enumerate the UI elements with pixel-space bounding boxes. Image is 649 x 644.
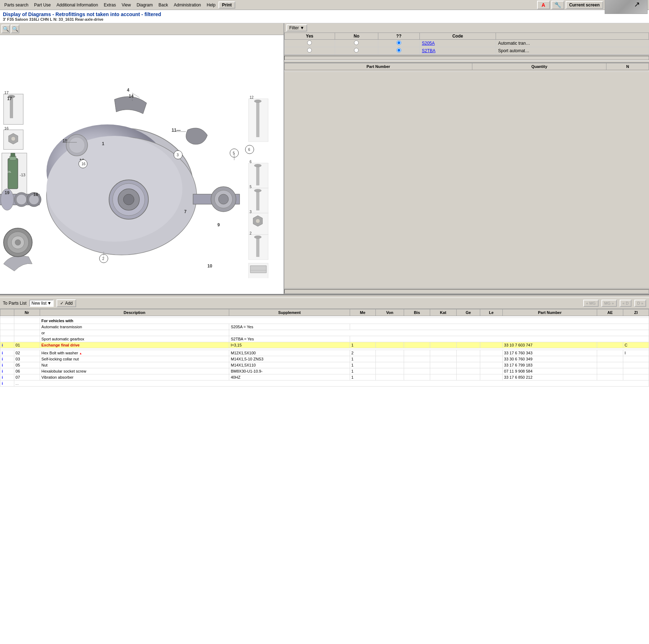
svg-point-66 <box>254 164 261 167</box>
col-bis: Bis <box>404 309 430 316</box>
supp-06: BM8X30-U1-10.9- <box>229 368 350 374</box>
svg-text:17: 17 <box>4 90 9 95</box>
zi-06 <box>623 368 649 374</box>
menu-help[interactable]: Help <box>204 2 218 8</box>
pn-03: 33 30 6 760 349 <box>502 356 597 362</box>
bis-01 <box>404 342 430 348</box>
svg-text:18: 18 <box>33 192 38 197</box>
diagram-area: 17 16 -13 OIL <box>0 35 284 294</box>
table-row: i 05 Nut M14X1,5X110 1 33 17 6 799 183 <box>0 362 649 368</box>
me-05: 1 <box>350 362 375 368</box>
nav-d-prev[interactable]: « D <box>620 300 631 307</box>
pn-02: 33 17 6 760 343 <box>502 350 597 356</box>
svg-text:6: 6 <box>250 160 252 164</box>
zi-07 <box>623 374 649 380</box>
svg-text:9: 9 <box>217 222 220 227</box>
desc-02: Hex Bolt with washer ▲ <box>40 350 229 356</box>
toolbar-btn-a[interactable]: A <box>537 1 550 9</box>
add-button[interactable]: ✓ Add <box>56 299 76 307</box>
info-icon-more[interactable]: i <box>2 381 3 385</box>
menu-parts-search[interactable]: Parts search <box>1 2 31 8</box>
menu-diagram[interactable]: Diagram <box>134 2 156 8</box>
svg-point-53 <box>69 137 85 153</box>
info-icon-02[interactable]: i <box>2 351 3 355</box>
pn-01: 33 10 7 603 747 <box>502 342 597 348</box>
menu-administration[interactable]: Administration <box>171 2 204 8</box>
title-area: Display of Diagrams - Retrofittings not … <box>0 10 649 23</box>
filter-splitter[interactable] <box>284 60 649 63</box>
nr-06: 06 <box>14 368 40 374</box>
parts-table-scroll[interactable]: Part Number Quantity N <box>284 63 649 288</box>
info-icon-05[interactable]: i <box>2 363 3 367</box>
menubar: Parts search Part Use Additional Informa… <box>0 0 649 10</box>
col-von: Von <box>375 309 404 316</box>
me-02: 2 <box>350 350 375 356</box>
filter-qq-1[interactable] <box>397 40 401 45</box>
svg-text:4: 4 <box>127 88 129 93</box>
bottom-table-container[interactable]: Nr Description Supplement Me Von Bis Kat… <box>0 309 649 644</box>
menu-view[interactable]: View <box>119 2 134 8</box>
info-icon-03[interactable]: i <box>2 357 3 361</box>
table-row: i 03 Self-locking collar nut M14X1,5-10 … <box>0 356 649 362</box>
info-icon-01[interactable]: i <box>2 343 3 347</box>
filter-col-desc <box>496 33 649 40</box>
menu-extras[interactable]: Extras <box>101 2 119 8</box>
menu-back[interactable]: Back <box>156 2 171 8</box>
nav-d-next[interactable]: D » <box>634 300 646 307</box>
table-row: i 06 Hexalobular socket screw BM8X30-U1-… <box>0 368 649 374</box>
menubar-left: Parts search Part Use Additional Informa… <box>1 1 537 9</box>
checkmark-icon: ✓ <box>60 301 64 306</box>
svg-text:3: 3 <box>250 210 252 214</box>
svg-point-8 <box>11 137 15 141</box>
info-icon-06[interactable]: i <box>2 369 3 373</box>
svg-text:14: 14 <box>129 94 134 99</box>
menu-additional-info[interactable]: Additional Information <box>54 2 101 8</box>
filter-desc-2: Sport automat… <box>496 47 649 55</box>
svg-text:-13: -13 <box>20 173 25 177</box>
current-screen-button[interactable]: Current screen <box>566 1 603 9</box>
table-row: i ... <box>0 380 649 387</box>
filter-code-2[interactable]: S2TBA <box>419 47 496 55</box>
svg-point-78 <box>254 236 261 239</box>
ae-01 <box>597 342 623 348</box>
svg-text:OIL: OIL <box>7 171 11 173</box>
svg-text:5: 5 <box>233 151 235 155</box>
filter-qq-2[interactable] <box>397 48 401 53</box>
svg-text:16: 16 <box>82 162 86 166</box>
svg-point-74 <box>256 219 260 223</box>
filter-yes-2[interactable] <box>307 48 312 53</box>
app-wrapper: Parts search Part Use Additional Informa… <box>0 0 649 644</box>
desc-05: Nut <box>40 362 229 368</box>
me-07: 1 <box>350 374 375 380</box>
menu-part-use[interactable]: Part Use <box>31 2 54 8</box>
parts-col-quantity: Quantity <box>472 63 606 70</box>
resize-handle[interactable] <box>0 295 649 298</box>
svg-text:7: 7 <box>184 209 187 214</box>
filter-hscrollbar[interactable] <box>284 55 649 60</box>
nav-mg-next[interactable]: MG » <box>601 300 617 307</box>
filter-row-2: S2TBA Sport automat… <box>285 47 649 55</box>
nav-mg-prev[interactable]: « MG <box>583 300 599 307</box>
parts-hscrollbar[interactable] <box>284 288 649 294</box>
new-list-label: New list <box>31 301 46 306</box>
filter-no-2[interactable] <box>354 48 359 53</box>
filter-code-1[interactable]: S205A <box>419 40 496 47</box>
desc-03: Self-locking collar nut <box>40 356 229 362</box>
supp-05: M14X1,5X110 <box>229 362 350 368</box>
filter-section: Filter ▼ Yes No ?? Code <box>284 23 649 63</box>
info-icon-07[interactable]: i <box>2 375 3 379</box>
zi-02: I <box>623 350 649 356</box>
zoom-out-button[interactable]: 🔍 <box>11 25 19 33</box>
zoom-in-button[interactable]: 🔍 <box>1 25 10 33</box>
toolbar-btn-icon[interactable]: 🔧 <box>551 1 564 9</box>
menu-print[interactable]: Print <box>218 1 235 9</box>
filter-dropdown-button[interactable]: Filter ▼ <box>286 24 307 31</box>
filter-yes-1[interactable] <box>307 40 312 45</box>
vehicles-header: For vehicles with <box>40 318 649 324</box>
pn-07: 33 17 6 850 212 <box>502 374 597 380</box>
filter-no-1[interactable] <box>354 40 359 45</box>
col-ae: AE <box>597 309 623 316</box>
new-list-dropdown[interactable]: New list ▼ <box>29 300 54 307</box>
svg-point-70 <box>254 189 261 192</box>
parts-table: Part Number Quantity N <box>284 63 649 72</box>
